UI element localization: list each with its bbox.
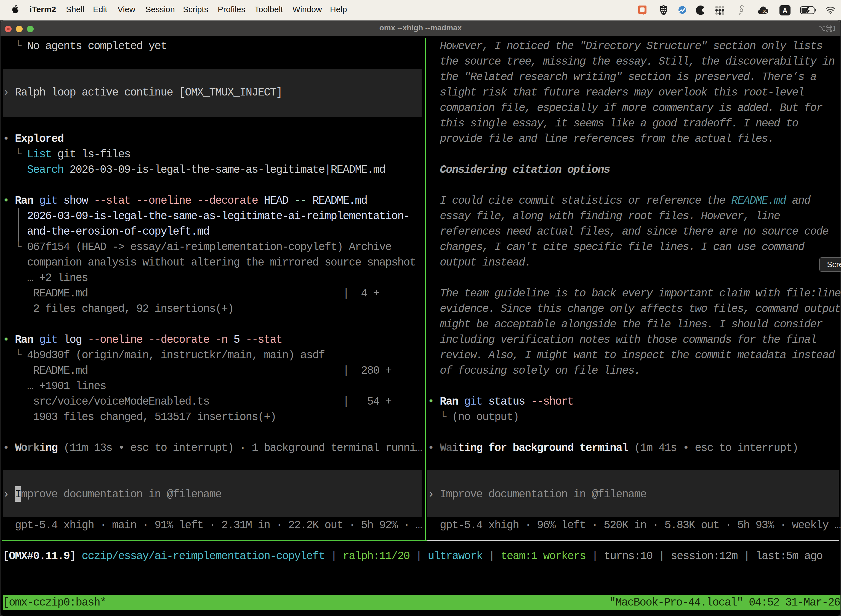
svg-text:1: 1 bbox=[833, 25, 835, 32]
svg-text:..61: ..61 bbox=[760, 9, 767, 13]
